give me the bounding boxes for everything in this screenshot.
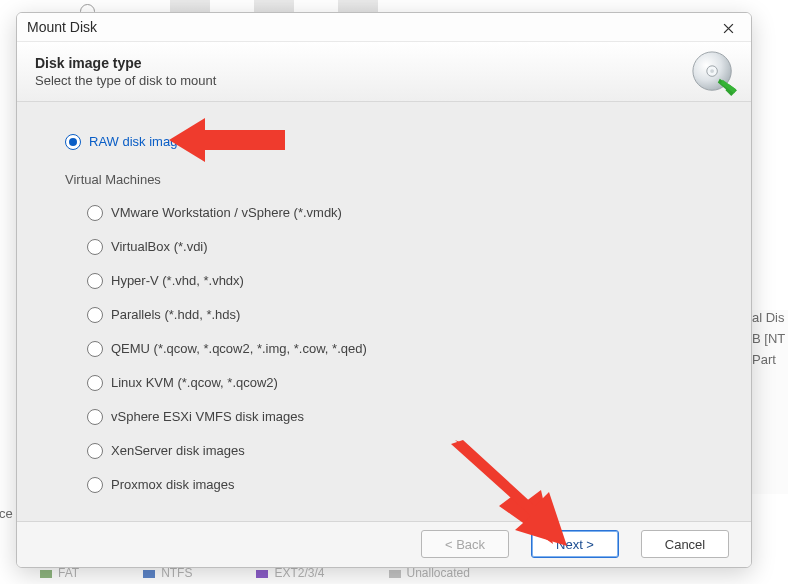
option-linux-kvm[interactable]: Linux KVM (*.qcow, *.qcow2) — [87, 375, 737, 391]
option-hyper-v[interactable]: Hyper-V (*.vhd, *.vhdx) — [87, 273, 737, 289]
option-label: Linux KVM (*.qcow, *.qcow2) — [111, 375, 278, 390]
option-vsphere-esxi[interactable]: vSphere ESXi VMFS disk images — [87, 409, 737, 425]
option-label: XenServer disk images — [111, 443, 245, 458]
button-label: Next > — [556, 537, 594, 552]
option-parallels[interactable]: Parallels (*.hdd, *.hds) — [87, 307, 737, 323]
title-bar: Mount Disk — [17, 13, 751, 42]
wizard-subheading: Select the type of disk to mount — [35, 73, 216, 88]
option-label: RAW disk images — [89, 134, 191, 149]
button-label: < Back — [445, 537, 485, 552]
next-button[interactable]: Next > — [531, 530, 619, 558]
option-xenserver[interactable]: XenServer disk images — [87, 443, 737, 459]
option-label: VMware Workstation / vSphere (*.vmdk) — [111, 205, 342, 220]
svg-point-2 — [710, 69, 714, 73]
option-raw-disk-images[interactable]: RAW disk images — [65, 134, 737, 150]
option-proxmox[interactable]: Proxmox disk images — [87, 477, 737, 493]
wizard-footer: < Back Next > Cancel — [17, 521, 751, 567]
mount-disk-dialog: Mount Disk Disk image type Select the ty… — [16, 12, 752, 568]
option-virtualbox[interactable]: VirtualBox (*.vdi) — [87, 239, 737, 255]
option-label: Hyper-V (*.vhd, *.vhdx) — [111, 273, 244, 288]
radio-icon — [87, 409, 103, 425]
option-label: vSphere ESXi VMFS disk images — [111, 409, 304, 424]
radio-icon — [87, 205, 103, 221]
close-icon — [723, 23, 734, 34]
window-title: Mount Disk — [27, 19, 97, 35]
radio-icon — [87, 239, 103, 255]
option-vmware[interactable]: VMware Workstation / vSphere (*.vmdk) — [87, 205, 737, 221]
bg-left-snippet: ice — [0, 506, 13, 521]
option-qemu[interactable]: QEMU (*.qcow, *.qcow2, *.img, *.cow, *.q… — [87, 341, 737, 357]
cancel-button[interactable]: Cancel — [641, 530, 729, 558]
radio-icon — [65, 134, 81, 150]
bg-right-snippet: al Dis B [NT Part — [750, 310, 788, 494]
back-button[interactable]: < Back — [421, 530, 509, 558]
wizard-header: Disk image type Select the type of disk … — [17, 42, 751, 101]
wizard-body: RAW disk images Virtual Machines VMware … — [17, 102, 751, 521]
close-button[interactable] — [709, 16, 747, 40]
option-label: Proxmox disk images — [111, 477, 235, 492]
option-label: QEMU (*.qcow, *.qcow2, *.img, *.cow, *.q… — [111, 341, 367, 356]
radio-icon — [87, 341, 103, 357]
option-label: VirtualBox (*.vdi) — [111, 239, 208, 254]
radio-icon — [87, 307, 103, 323]
radio-icon — [87, 443, 103, 459]
section-label-virtual-machines: Virtual Machines — [65, 172, 737, 187]
bg-legend: FAT NTFS EXT2/3/4 Unallocated — [40, 566, 748, 580]
button-label: Cancel — [665, 537, 705, 552]
radio-icon — [87, 273, 103, 289]
option-label: Parallels (*.hdd, *.hds) — [111, 307, 240, 322]
radio-icon — [87, 477, 103, 493]
disc-mount-icon — [691, 50, 737, 96]
vm-options-group: VMware Workstation / vSphere (*.vmdk) Vi… — [65, 205, 737, 493]
wizard-heading: Disk image type — [35, 55, 216, 71]
radio-icon — [87, 375, 103, 391]
